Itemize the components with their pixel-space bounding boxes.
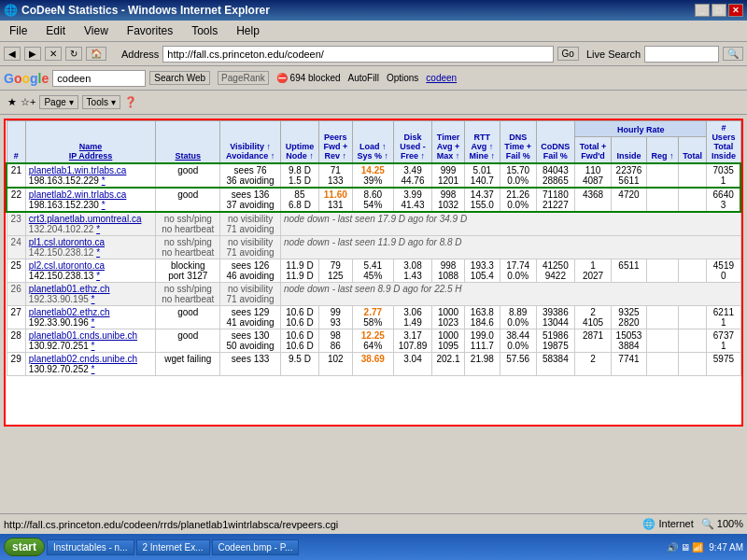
add-favorites-icon[interactable]: ☆+ (21, 96, 35, 108)
menu-help[interactable]: Help (231, 22, 265, 39)
cell-total: 4368 (575, 188, 612, 212)
menu-file[interactable]: File (4, 22, 33, 39)
node-link[interactable]: planetlab01.cnds.unibe.ch (29, 330, 137, 341)
tools-btn[interactable]: Tools ▾ (82, 95, 120, 109)
cell-visibility: no visibility71 avoiding (220, 212, 281, 236)
address-input[interactable] (162, 46, 553, 63)
taskbar-item-2[interactable]: Codeen.bmp - P... (212, 539, 300, 555)
cell-visibility: sees 13050 avoiding (220, 329, 281, 353)
cell-name: planetlab1.win.trlabs.ca 198.163.152.229… (25, 163, 155, 188)
table-row: 29 planetlab02.cnds.unibe.ch 130.92.70.2… (7, 353, 740, 376)
refresh-button[interactable]: ↻ (65, 47, 82, 61)
taskbar-item-0[interactable]: Instructables - n... (47, 539, 134, 555)
options-label[interactable]: Options (387, 73, 418, 83)
menu-tools[interactable]: Tools (186, 22, 223, 39)
node-link[interactable]: planetlab01.ethz.ch (29, 284, 110, 294)
cell-name: planetlab01.ethz.ch 192.33.90.195 * (25, 283, 155, 306)
cell-rtt: 5.01140.7 (465, 163, 500, 188)
cell-codns: 3938613044 (536, 306, 575, 329)
cell-disk: 3.081.43 (393, 259, 431, 283)
page-btn[interactable]: Page ▾ (39, 95, 78, 109)
cell-dns: 17.740.0% (500, 259, 536, 283)
sys-tray: 🔊 🖥 📶 9:47 AM (667, 542, 743, 553)
node-link[interactable]: pl2.csl.utoronto.ca (29, 260, 105, 271)
cell-total: 24105 (575, 306, 612, 329)
help-icon[interactable]: ❓ (124, 96, 137, 108)
cell-inside: 223765611 (611, 163, 646, 188)
maximize-button[interactable]: □ (712, 4, 726, 17)
cell-users: 67371 (707, 329, 740, 353)
google-search-button[interactable]: Search Web (149, 71, 210, 85)
table-row: 21 planetlab1.win.trlabs.ca 198.163.152.… (7, 163, 740, 188)
google-logo: Google (4, 71, 49, 86)
cell-name: crt3.planetlab.umontreal.ca 132.204.102.… (25, 212, 155, 236)
cell-dns: 38.440.0% (500, 329, 536, 353)
cell-name: planetlab01.cnds.unibe.ch 130.92.70.251 … (25, 329, 155, 353)
cell-users: 5975 (707, 353, 740, 376)
cell-reg (647, 259, 679, 283)
google-search-input[interactable] (52, 70, 146, 87)
home-button[interactable]: 🏠 (86, 47, 106, 61)
node-link[interactable]: planetlab02.ethz.ch (29, 307, 110, 317)
node-link[interactable]: crt3.planetlab.umontreal.ca (29, 214, 142, 224)
cell-peers: 11.60131 (318, 188, 352, 212)
cell-timer: 10001095 (432, 329, 465, 353)
col-codns: CoDNSFail % (536, 121, 575, 164)
node-link[interactable]: planetlab02.cnds.unibe.ch (29, 354, 137, 364)
col-uptime: UptimeNode ↑ (280, 121, 318, 164)
cell-disk: 3.9941.43 (393, 188, 431, 212)
back-button[interactable]: ◀ (4, 47, 21, 61)
cell-total2 (678, 188, 706, 212)
search-go-button[interactable]: 🔍 (723, 47, 743, 61)
cell-visibility: sees 7636 avoiding (220, 163, 281, 188)
menu-view[interactable]: View (78, 22, 114, 39)
cell-users: 70351 (707, 163, 740, 188)
stats-table: # NameIP Address Status Visibility ↑Avoi… (6, 120, 741, 376)
table-row: 26 planetlab01.ethz.ch 192.33.90.195 * n… (7, 283, 740, 306)
node-link[interactable]: pl1.csl.utoronto.ca (29, 237, 105, 247)
cell-load: 2.7758% (352, 306, 393, 329)
pagerank-badge: PageRank (218, 71, 269, 85)
node-link[interactable]: planetlab2.win.trlabs.ca (29, 189, 127, 200)
minimize-button[interactable]: _ (695, 4, 710, 17)
status-url: http://fall.cs.princeton.edu/codeen/rrds… (4, 519, 642, 530)
cell-peers: 102 (318, 353, 352, 376)
go-button[interactable]: Go (557, 47, 579, 61)
cell-disk: 3.061.49 (393, 306, 431, 329)
codeen-link[interactable]: codeen (426, 73, 457, 83)
col-dns: DNSTime +Fail % (500, 121, 536, 164)
cell-visibility: no visibility71 avoiding (220, 283, 281, 306)
cell-total2 (678, 306, 706, 329)
title-bar: 🌐 CoDeeN Statistics - Windows Internet E… (0, 0, 747, 21)
table-row: 27 planetlab02.ethz.ch 192.33.90.196 * g… (7, 306, 740, 329)
close-button[interactable]: ✕ (728, 4, 743, 17)
autofill-label[interactable]: AutoFill (348, 73, 379, 83)
stop-button[interactable]: ✕ (45, 47, 62, 61)
menu-edit[interactable]: Edit (40, 22, 71, 39)
favorites-star-icon[interactable]: ★ (7, 96, 17, 108)
taskbar-item-1[interactable]: 2 Internet Ex... (136, 539, 210, 555)
cell-name: planetlab2.win.trlabs.ca 198.163.152.230… (25, 188, 155, 212)
cell-num: 26 (7, 283, 25, 306)
live-search-input[interactable] (644, 46, 719, 63)
cell-dns: 15.700.0% (500, 163, 536, 188)
cell-rtt: 199.0111.7 (465, 329, 500, 353)
cell-timer: 9981032 (432, 188, 465, 212)
menu-favorites[interactable]: Favorites (121, 22, 178, 39)
cell-num: 21 (7, 163, 25, 188)
col-visibility: Visibility ↑Avoidance ↑ (220, 121, 281, 164)
cell-reg (647, 188, 679, 212)
node-link[interactable]: planetlab1.win.trlabs.ca (29, 165, 127, 175)
start-button[interactable]: start (4, 538, 45, 556)
cell-total2 (678, 259, 706, 283)
title-left: 🌐 CoDeeN Statistics - Windows Internet E… (4, 4, 270, 17)
forward-button[interactable]: ▶ (24, 47, 41, 61)
cell-dns: 21.260.0% (500, 188, 536, 212)
cell-peers: 9993 (318, 306, 352, 329)
col-num: # (7, 121, 25, 164)
col-reg: Reg ↑ (647, 136, 679, 163)
cell-uptime: 9.8 D1.5 D (280, 163, 318, 188)
title-buttons[interactable]: _ □ ✕ (695, 4, 743, 17)
cell-total2 (678, 163, 706, 188)
cell-disk: 3.4944.76 (393, 163, 431, 188)
